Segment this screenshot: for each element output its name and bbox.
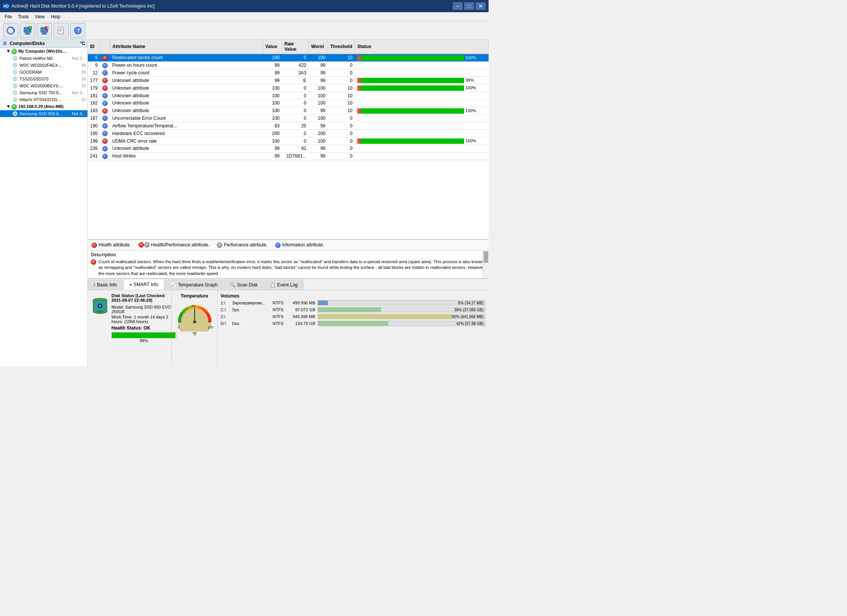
table-row[interactable]: 12Power cycle count993A3990 [88, 69, 489, 77]
status-bar [357, 108, 464, 114]
vol-name: Sys [232, 307, 270, 312]
volumes-list: 1:\ Зарезервирова... NTFS 499.996 MB 6% … [221, 300, 486, 326]
ssd-icon: 💿 [12, 76, 18, 82]
sidebar-header: 🖥 Computer/Disks °C [0, 40, 87, 48]
tab-scan-disk[interactable]: 🔍 Scan Disk [224, 280, 263, 290]
sidebar-item-wdc2500[interactable]: 💿 WDC WD2500BEVS-... 33 [0, 82, 87, 89]
minimize-button[interactable]: ─ [453, 2, 463, 10]
sidebar-item-hitachi[interactable]: 💿 Hitachi HTS543232L... 32 [0, 96, 87, 103]
attr-status: 100% [355, 107, 489, 114]
tab-scan-disk-label: Scan Disk [237, 282, 258, 288]
sidebar-item-remote[interactable]: ▼ 192.168.0.29 (Alex-MB) [0, 103, 87, 110]
attr-raw: 0 [282, 130, 308, 137]
help-button[interactable]: ? [70, 23, 86, 38]
menu-file[interactable]: File [2, 13, 15, 20]
attr-raw: 25 [282, 122, 308, 130]
svg-rect-12 [58, 27, 63, 34]
attr-worst: 99 [308, 107, 328, 114]
attr-status: 100% [355, 84, 489, 92]
menu-help[interactable]: Help [48, 13, 63, 20]
status-bar-red [357, 108, 360, 114]
attr-icon [100, 130, 110, 137]
temp-unit: °C [80, 41, 85, 46]
attr-icon [100, 69, 110, 77]
sidebar-item-ts32[interactable]: 💿 TS32GSSD370 18 [0, 76, 87, 82]
svg-text:100: 100 [208, 325, 213, 329]
attr-value: 100 [263, 137, 282, 145]
table-row[interactable]: 177Unknown attribute99E99099% [88, 77, 489, 84]
attr-status [355, 92, 489, 100]
attr-value: 100 [263, 114, 282, 122]
table-row[interactable]: 199UDMA CRC error rate10001000100% [88, 137, 489, 145]
tab-event-log[interactable]: 📋 Event Log [264, 280, 303, 290]
smart-table: ID Attribute Name Value Raw Value Worst … [88, 40, 489, 160]
smart-table-area[interactable]: ID Attribute Name Value Raw Value Worst … [88, 40, 489, 240]
ssd-icon: 💿 [12, 56, 18, 61]
close-button[interactable]: ✕ [476, 2, 486, 10]
tab-basic-info[interactable]: ℹ Basic Info [88, 280, 123, 290]
legend-perf-label: Perfomance attribute. [224, 242, 268, 248]
health-bar-container [111, 332, 176, 338]
attr-name: UDMA CRC error rate [110, 137, 263, 145]
table-row[interactable]: 235Unknown attribute9991990 [88, 145, 489, 152]
attr-value: 99 [263, 145, 282, 152]
table-row[interactable]: 179Unknown attribute100010010100% [88, 84, 489, 92]
sidebar-item-patriot[interactable]: 💿 Patriot Hellfire M2 Not S... [0, 55, 87, 62]
vol-bar-bg: 6% (34.27 MB) [318, 300, 486, 306]
table-row[interactable]: 9Power-on hours count99422990 [88, 61, 489, 69]
attr-name: Power-on hours count [110, 61, 263, 69]
maximize-button[interactable]: □ [464, 2, 474, 10]
attr-icon [100, 122, 110, 130]
tab-temp-graph[interactable]: 📈 Temperature Graph [165, 280, 223, 290]
vol-fs: NTFS [273, 321, 286, 326]
table-row[interactable]: 182Unknown attribute100010010 [88, 99, 489, 107]
attr-icon [100, 114, 110, 122]
tab-smart-info[interactable]: ● SMART Info [124, 279, 164, 290]
health-icon [102, 138, 108, 144]
table-row[interactable]: 195Hardware ECC recovered20002000 [88, 130, 489, 137]
add-computer-button[interactable]: + [20, 23, 35, 38]
ssd-icon: 💿 [12, 69, 18, 75]
attr-icon [100, 152, 110, 160]
sidebar-label: GOODRAM [19, 70, 42, 74]
smart-table-body: 5Reallocated sector count100010010100%9P… [88, 54, 489, 160]
hdd-icon: 💿 [12, 97, 18, 102]
menu-tools[interactable]: Tools [15, 13, 32, 20]
attr-threshold: 10 [328, 107, 355, 114]
status-bar-red [357, 78, 360, 83]
attr-id: 179 [88, 84, 100, 92]
vol-name: Зарезервирова... [232, 301, 270, 305]
attr-worst: 56 [308, 122, 328, 130]
table-row[interactable]: 5Reallocated sector count100010010100% [88, 54, 489, 61]
info-icon [102, 70, 108, 76]
remove-button[interactable]: ✕ [37, 23, 52, 38]
attr-value: 63 [263, 122, 282, 130]
export-button[interactable] [53, 23, 69, 38]
attr-raw: E [282, 77, 308, 84]
sidebar-item-goodram[interactable]: 💿 GOODRAM 30 [0, 69, 87, 76]
attr-worst: 99 [308, 145, 328, 152]
vol-bar-fill [318, 321, 388, 326]
attr-threshold: 10 [328, 92, 355, 100]
vol-bar-text: 42% (57.88 GB) [456, 321, 484, 326]
sidebar-item-samsung750[interactable]: 💿 Samsung SSD 750 E... Not S... [0, 89, 87, 96]
table-row[interactable]: 241Host Writes991D7681...990 [88, 152, 489, 160]
refresh-button[interactable] [3, 23, 18, 38]
content-area: ID Attribute Name Value Raw Value Worst … [88, 40, 489, 366]
table-row[interactable]: 183Unknown attribute10009910100% [88, 107, 489, 114]
sidebar-item-wdc2002[interactable]: 💿 WDC WD2002FAEX-... 48 [0, 62, 87, 69]
menu-view[interactable]: View [32, 13, 48, 20]
table-row[interactable]: 187Uncorrectable Error Count10001000 [88, 114, 489, 122]
sidebar-item-my-computer[interactable]: ▼ My Computer (Win10x... [0, 48, 87, 55]
table-row[interactable]: 190Airflow Temperature/Temperat...632556… [88, 122, 489, 130]
attr-id: 241 [88, 152, 100, 160]
description-scrollbar[interactable] [482, 251, 489, 278]
vol-bar-fill [318, 307, 381, 312]
table-row[interactable]: 181Unknown attribute100010010 [88, 92, 489, 100]
sidebar-label: WDC WD2002FAEX-... [19, 63, 63, 68]
sidebar-item-samsung850[interactable]: 💿 Samsung SSD 850 E... Not S... [0, 110, 87, 117]
temperature-unit: °F [192, 331, 197, 337]
svg-text:✕: ✕ [46, 26, 49, 30]
disk-status-icon [92, 295, 108, 317]
attr-value: 100 [263, 92, 282, 100]
